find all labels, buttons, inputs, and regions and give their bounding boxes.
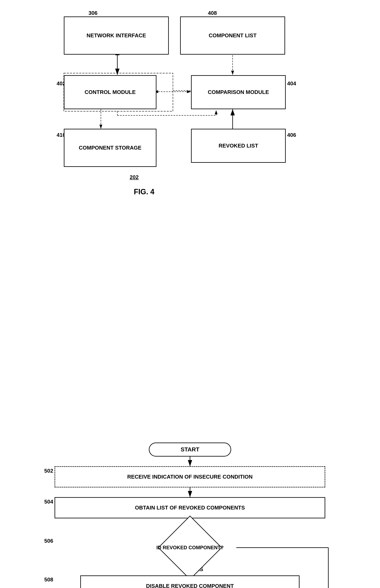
component-list-box: COMPONENT LIST [180, 17, 285, 55]
ref-406: 406 [287, 132, 296, 138]
ref-508: 508 [44, 576, 53, 583]
step508-box: DISABLE REVOKED COMPONENT [80, 575, 300, 588]
step504-box: OBTAIN LIST OF REVOKED COMPONENTS [55, 497, 325, 518]
ref-502: 502 [44, 468, 53, 474]
ref-506: 506 [44, 538, 53, 544]
control-module-box: CONTROL MODULE [64, 75, 156, 109]
fig4-diagram: 306 NETWORK INTERFACE 408 COMPONENT LIST… [0, 0, 380, 216]
network-interface-box: NETWORK INTERFACE [64, 17, 169, 55]
comparison-module-box: COMPARISON MODULE [191, 75, 286, 109]
ref-404: 404 [287, 80, 296, 87]
step502-box: RECEIVE INDICATION OF INSECURE CONDITION [55, 466, 325, 487]
component-storage-box: COMPONENT STORAGE [64, 129, 156, 167]
revoked-list-box: REVOKED LIST [191, 129, 286, 163]
ref-306: 306 [89, 10, 97, 16]
fig5-diagram: YES NO [0, 433, 380, 588]
fig4-title: FIG. 4 [134, 187, 154, 196]
label-202: 202 [130, 174, 138, 181]
ref-408: 408 [208, 10, 217, 16]
ref-504: 504 [44, 499, 53, 505]
start-node: START [149, 443, 231, 457]
step506-diamond: ID REVOKED COMPONENT? [144, 531, 236, 564]
